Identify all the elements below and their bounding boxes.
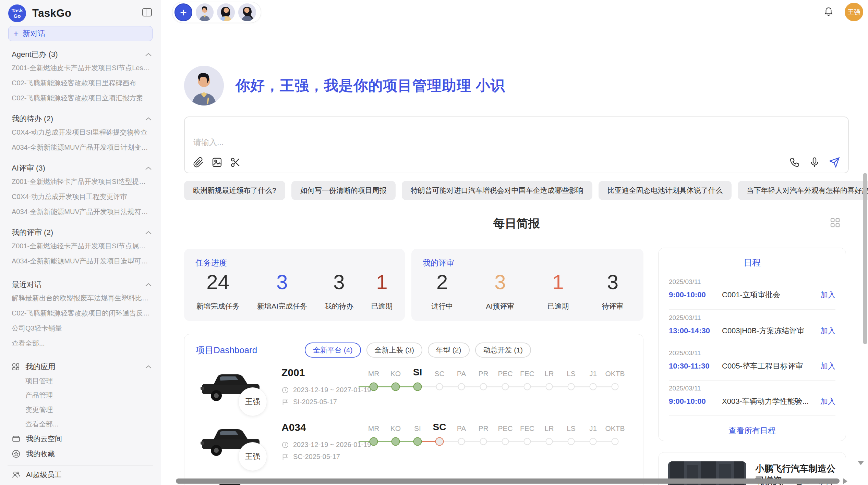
sidebar-collapse-icon[interactable]	[142, 8, 153, 17]
schedule-time: 9:00-10:00	[669, 290, 722, 299]
milestone-dot	[568, 438, 575, 445]
stat-item: 24 新增完成任务	[196, 270, 240, 311]
dashboard-title: 项目Dashboard	[196, 344, 305, 356]
divider	[669, 415, 835, 416]
sidebar-task-item[interactable]: Z001-全新燃油轻卡产品开发项目SI造型提交物评审	[8, 174, 153, 189]
section-header-my-review[interactable]: 我的评审 (2)	[8, 227, 153, 238]
sidebar-task-item[interactable]: Z001-全新燃油皮卡产品开发项目SI节点Lesson Learn报告	[8, 60, 153, 75]
milestone: PA	[450, 365, 472, 391]
milestone: FEC	[516, 420, 538, 446]
chevron-up-icon	[145, 52, 152, 57]
insert-image-icon[interactable]	[212, 157, 222, 168]
schedule-entry: 2025/03/11 9:00-10:00 C001-立项审批会 加入	[669, 278, 835, 300]
sidebar-item-my-apps[interactable]: 我的应用	[8, 360, 153, 374]
milestone-timeline: MR KO SI SC PA PR PEC FEC LR LS J1 OKTB	[363, 420, 626, 446]
app-item-product-mgmt[interactable]: 产品管理	[8, 388, 153, 402]
milestone-timeline: MR KO SI SC PA PR PEC FEC LR LS J1 OKTB	[363, 365, 626, 391]
milestone: J1	[582, 420, 604, 446]
sidebar-task-item[interactable]: A034-全新新能源MUV产品开发项目造型可行性评审	[8, 253, 153, 269]
attach-file-icon[interactable]	[193, 157, 204, 168]
sidebar-task-item[interactable]: A034-全新新能源MUV产品开发项目法规符合性评审	[8, 204, 153, 219]
sidebar-item-help-write[interactable]: 帮我写作	[8, 482, 153, 485]
project-vehicle-image: 王强	[200, 366, 262, 408]
layout-grid-icon[interactable]	[830, 217, 841, 228]
voice-call-icon[interactable]	[789, 157, 800, 168]
suggestion-chip[interactable]: 比亚迪全固态电池计划具体说了什么	[599, 181, 732, 200]
tab-model-year[interactable]: 年型 (2)	[428, 343, 470, 358]
section-header-recent-chats[interactable]: 最近对话	[8, 279, 153, 290]
sidebar-task-item[interactable]: Z001-全新燃油轻卡产品开发项目SI节点属性5D文件评审	[8, 238, 153, 253]
recent-chat-item[interactable]: 解释最新出台的欧盟报废车法规再生塑料比例被调至15%...	[8, 290, 153, 306]
project-owner-badge: 王强	[238, 442, 267, 471]
stat-item: 1 已逾期	[547, 270, 569, 311]
suggestion-chip[interactable]: 欧洲新规最近颁布了什么?	[184, 181, 285, 200]
scissors-icon[interactable]	[230, 157, 241, 168]
project-row[interactable]: 王强 A034 2023-12-19 ~ 2026-01-19 SC-2025-…	[184, 418, 643, 470]
scroll-right-arrow[interactable]	[843, 478, 847, 484]
app-item-change-mgmt[interactable]: 变更管理	[8, 402, 153, 417]
new-chat-button[interactable]: + 新对话	[8, 26, 153, 41]
schedule-time: 10:30-11:30	[669, 362, 722, 371]
chat-input[interactable]	[193, 137, 742, 152]
new-chat-label: 新对话	[23, 28, 45, 39]
apps-view-all[interactable]: 查看全部...	[8, 417, 153, 431]
main-area: + 王强 你好，王强，我是你的项目管理助理 小识	[161, 0, 868, 485]
user-avatar[interactable]: 王强	[845, 3, 863, 21]
milestone-dot	[458, 438, 465, 445]
notifications-bell-icon[interactable]	[823, 7, 834, 17]
tab-new-platform[interactable]: 全新平台 (4)	[305, 343, 361, 358]
recent-chat-item[interactable]: 公司Q3轻卡销量	[8, 321, 153, 336]
milestone-dot	[568, 383, 575, 390]
schedule-date: 2025/03/11	[669, 314, 835, 322]
milestone-dot	[590, 383, 597, 390]
add-agent-button[interactable]: +	[174, 3, 192, 21]
scroll-down-arrow[interactable]	[858, 461, 864, 465]
suggestion-chip[interactable]: 特朗普可能对进口汽车增税会对中国车企造成哪些影响	[402, 181, 592, 200]
sidebar-task-item[interactable]: C02-飞腾新能源轻客改款项目里程碑画布	[8, 75, 153, 90]
sidebar-task-item[interactable]: A034-全新新能源MUV产品开发项目计划变更表编写	[8, 140, 153, 155]
stat-item: 3 待评审	[602, 270, 624, 311]
project-row[interactable]: 王强 Z001 2023-12-19 ~ 2027-01-19 SI-2025-…	[184, 363, 643, 415]
agent-avatar-2[interactable]	[217, 3, 235, 21]
milestone-dot	[546, 438, 553, 445]
horizontal-scrollbar-thumb[interactable]	[176, 478, 840, 484]
join-meeting-link[interactable]: 加入	[820, 326, 835, 336]
stat-item: 2 进行中	[431, 270, 453, 311]
join-meeting-link[interactable]: 加入	[820, 396, 835, 407]
suggestion-chip[interactable]: 如何写一份清晰的项目周报	[291, 181, 396, 200]
agent-avatar-1[interactable]	[196, 3, 214, 21]
app-item-project-mgmt[interactable]: 项目管理	[8, 374, 153, 388]
send-icon[interactable]	[829, 157, 840, 168]
sidebar-task-item[interactable]: C0X4-动力总成开发项目SI里程碑提交物检查	[8, 125, 153, 140]
sidebar-item-cloud-space[interactable]: 我的云空间	[8, 431, 153, 446]
taskgo-logo: Task Go	[8, 4, 26, 22]
agent-avatar-3[interactable]	[238, 3, 256, 21]
sidebar-task-item[interactable]: C02-飞腾新能源轻客改款项目立项汇报方案	[8, 90, 153, 105]
view-all-schedule-link[interactable]: 查看所有日程	[659, 425, 846, 436]
taskgo-app: Task Go TaskGo + 新对话 Agent已办 (3) Z001-全新…	[0, 0, 868, 485]
sidebar-item-favorites[interactable]: 我的收藏	[8, 446, 153, 461]
tab-powertrain[interactable]: 动总开发 (1)	[475, 343, 531, 358]
sidebar-task-item[interactable]: C0X4-动力总成开发项目工程变更评审	[8, 189, 153, 204]
suggestion-chip[interactable]: 当下年轻人对汽车外观有怎样的喜好趋势	[738, 181, 868, 200]
section-header-agent-done[interactable]: Agent已办 (3)	[8, 49, 153, 60]
recent-chat-item[interactable]: C02-飞腾新能源轻客改款项目的闭环通告反馈情况	[8, 306, 153, 321]
cloud-space-icon	[12, 434, 21, 443]
chevron-up-icon	[145, 166, 152, 170]
stat-item: 3 新增AI完成任务	[257, 270, 307, 311]
sidebar-item-ai-employee[interactable]: AI超级员工	[8, 467, 153, 482]
milestone: SC	[429, 420, 450, 446]
greeting-section: 你好，王强，我是你的项目管理助理 小识	[184, 66, 505, 105]
microphone-icon[interactable]	[809, 157, 820, 168]
tab-new-body[interactable]: 全新上装 (3)	[366, 343, 423, 358]
composer-left-tools	[193, 157, 241, 168]
milestone: MR	[363, 365, 385, 391]
join-meeting-link[interactable]: 加入	[820, 290, 835, 300]
section-header-ai-review[interactable]: AI评审 (3)	[8, 162, 153, 174]
project-vehicle-image: 王强	[200, 421, 262, 463]
schedule-time: 9:00-10:00	[669, 397, 722, 406]
section-header-my-todo[interactable]: 我的待办 (2)	[8, 113, 153, 125]
join-meeting-link[interactable]: 加入	[820, 361, 835, 371]
vertical-scrollbar-thumb[interactable]	[863, 173, 867, 344]
recent-view-all[interactable]: 查看全部...	[8, 336, 153, 351]
